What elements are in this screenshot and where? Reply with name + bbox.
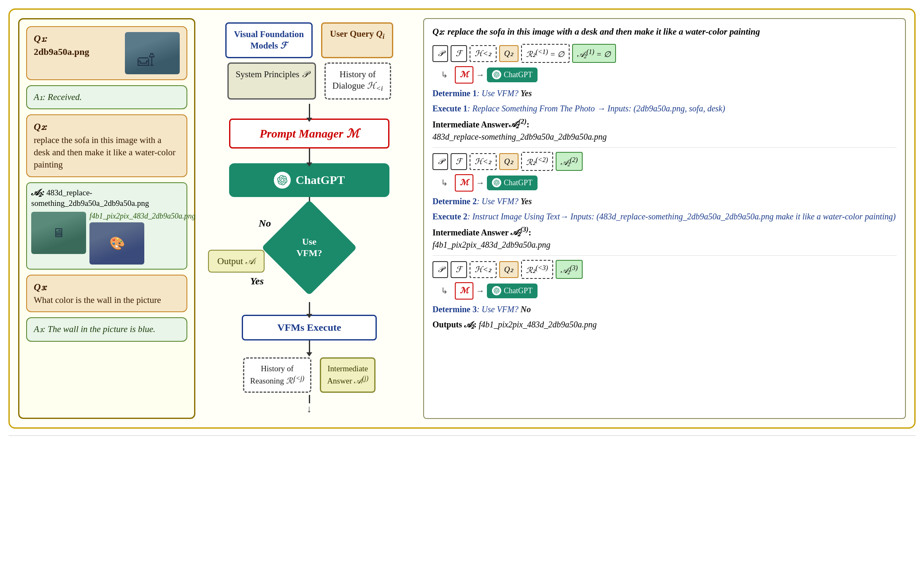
round2-flow: ↳ ℳ → ChatGPT	[432, 174, 897, 192]
token-p1: 𝒫	[432, 45, 448, 62]
arrow-r1: ↳	[441, 68, 448, 81]
divider2	[432, 255, 897, 256]
history-dialogue-text: History ofDialogue ℋ<i	[332, 69, 383, 93]
middle-panel: Visual FoundationModels ℱ User Query Qi …	[204, 18, 415, 419]
token-q21: Q₂	[499, 45, 519, 62]
token-r2: ℛ₂(<2)	[521, 152, 553, 171]
chatgpt-mini-logo3	[492, 286, 501, 295]
right-panel: Q₂: replace the sofa in this image with …	[423, 18, 906, 419]
right-title-text: Q₂: replace the sofa in this image with …	[432, 27, 760, 37]
a1-bubble: A₁: Received.	[26, 85, 187, 109]
chatgpt-logo	[274, 172, 291, 189]
q3-text: What color is the wall in the picture	[34, 294, 180, 306]
a2-section: 𝒜₂:483d_replace-something_2db9a50a_2db9a…	[26, 182, 187, 270]
output-box: Output 𝒜ᵢ	[208, 250, 265, 273]
vfm-execute-text: VFMs Execute	[277, 322, 341, 333]
yes-label: Yes	[250, 275, 264, 287]
history-dialogue-box: History ofDialogue ℋ<i	[324, 62, 391, 100]
q3-label: Q₃:	[34, 281, 180, 294]
q2-bubble-text: replace the sofa in this image with a de…	[34, 134, 180, 171]
a2-images: f4b1_pix2pix_483d_2db9a50a.png	[31, 212, 182, 265]
token-a1: 𝒜₂(1) = ∅	[572, 44, 616, 63]
q1-value: 2db9a50a.png	[34, 46, 121, 59]
chatgpt-box: ChatGPT	[229, 163, 389, 197]
q2-bubble-label: Q₂:	[34, 120, 180, 134]
a3-text: A₃: The wall in the picture is blue.	[34, 324, 155, 334]
token-h3: ℋ<₂	[470, 261, 497, 278]
a2-img1-container	[31, 212, 86, 265]
chatgpt-text-r2: ChatGPT	[504, 177, 532, 189]
exec2-line: Execute 2: Instruct Image Using Text→ In…	[432, 210, 897, 223]
no-label: No	[259, 218, 271, 229]
chatgpt-text-r1: ChatGPT	[504, 69, 532, 81]
round1-tokens: 𝒫 ℱ ℋ<₂ Q₂ ℛ₂(<1) = ∅ 𝒜₂(1) = ∅	[432, 44, 897, 63]
intermediate-answer-box: IntermediateAnswer 𝒜ᵢ(j)	[320, 357, 376, 393]
principles-text: System Principles 𝒫	[235, 69, 308, 80]
chatgpt-r1: ChatGPT	[487, 68, 538, 82]
a3-bubble: A₃: The wall in the picture is blue.	[26, 317, 187, 341]
chatgpt-mini-logo1	[492, 70, 501, 79]
q1-label: Q₁:	[34, 32, 121, 46]
token-h1: ℋ<₂	[470, 45, 497, 62]
prompt-m1: ℳ	[455, 66, 473, 84]
chatgpt-r2: ChatGPT	[487, 176, 538, 190]
round2-tokens: 𝒫 ℱ ℋ<₂ Q₂ ℛ₂(<2) 𝒜₂(2)	[432, 152, 897, 171]
arrow1	[309, 104, 310, 119]
arrow2	[309, 149, 310, 163]
q1-bubble: Q₁: 2db9a50a.png	[26, 26, 187, 80]
exec1-line: Execute 1: Replace Something From The Ph…	[432, 102, 897, 115]
a2-img1	[31, 212, 86, 254]
arrow-to-chatgpt2: →	[476, 176, 484, 189]
query-text: User Query Qi	[330, 29, 384, 41]
ans2-text: f4b1_pix2pix_483d_2db9a50a.png	[432, 240, 550, 249]
bottom-arrow	[309, 395, 310, 403]
token-h2: ℋ<₂	[470, 153, 497, 170]
token-a2: 𝒜₂(2)	[556, 152, 583, 171]
token-r3: ℛ₂(<3)	[521, 260, 553, 279]
round1-flow: ↳ ℳ → ChatGPT	[432, 66, 897, 84]
token-f2: ℱ	[451, 153, 467, 170]
diamond-text: UseVFM?	[296, 236, 322, 259]
flow-second-row: System Principles 𝒫 History ofDialogue ℋ…	[204, 62, 415, 100]
a2-img2-container: f4b1_pix2pix_483d_2db9a50a.png	[89, 212, 195, 265]
principles-box: System Principles 𝒫	[227, 62, 316, 100]
output3-line: Outputs 𝒜₂: f4b1_pix2pix_483d_2db9a50a.p…	[432, 318, 897, 331]
token-p3: 𝒫	[432, 261, 448, 278]
q2-bubble: Q₂: replace the sofa in this image with …	[26, 114, 187, 177]
token-a3: 𝒜₂(3)	[556, 260, 583, 279]
a1-text: A₁: Received.	[34, 92, 82, 102]
a2-img2	[89, 222, 144, 265]
arrow4	[309, 302, 310, 315]
token-p2: 𝒫	[432, 153, 448, 170]
round3-section: 𝒫 ℱ ℋ<₂ Q₂ ℛ₂(<3) 𝒜₂(3) ↳ ℳ → ChatGP	[432, 260, 897, 330]
bottom-flow-row: History ofReasoning ℛᵢ(<j) IntermediateA…	[204, 357, 415, 393]
caption	[8, 435, 916, 444]
round1-section: 𝒫 ℱ ℋ<₂ Q₂ ℛ₂(<1) = ∅ 𝒜₂(1) = ∅ ↳ ℳ →	[432, 44, 897, 143]
vfm-execute-box: VFMs Execute	[242, 315, 377, 340]
flow-top-row: Visual FoundationModels ℱ User Query Qi	[204, 22, 415, 58]
round3-tokens: 𝒫 ℱ ℋ<₂ Q₂ ℛ₂(<3) 𝒜₂(3)	[432, 260, 897, 279]
query-box: User Query Qi	[321, 22, 393, 58]
a2-img2-name: f4b1_pix2pix_483d_2db9a50a.png	[89, 212, 195, 221]
q1-image	[125, 32, 180, 74]
det3-line: Determine 3: Use VFM? No	[432, 303, 897, 316]
down-arrow-bottom: ↓	[307, 403, 312, 415]
main-container: Q₁: 2db9a50a.png A₁: Received. Q₂: repla…	[8, 8, 916, 444]
token-q22: Q₂	[499, 153, 519, 170]
left-panel: Q₁: 2db9a50a.png A₁: Received. Q₂: repla…	[18, 18, 195, 419]
ans1-line: Intermediate Answer𝒜₂(2): 483d_replace-s…	[432, 116, 897, 143]
token-r1: ℛ₂(<1) = ∅	[521, 44, 570, 63]
arrow-r3: ↳	[441, 284, 448, 297]
token-q23: Q₂	[499, 261, 519, 278]
round2-section: 𝒫 ℱ ℋ<₂ Q₂ ℛ₂(<2) 𝒜₂(2) ↳ ℳ → ChatGP	[432, 152, 897, 251]
det1-line: Determine 1: Use VFM? Yes	[432, 87, 897, 100]
ans2-line: Intermediate Answer 𝒜₂(3): f4b1_pix2pix_…	[432, 224, 897, 251]
chatgpt-text-r3: ChatGPT	[504, 285, 532, 297]
vfm-text: Visual FoundationModels ℱ	[234, 29, 304, 52]
chatgpt-mini-logo2	[492, 178, 501, 187]
round3-flow: ↳ ℳ → ChatGPT	[432, 282, 897, 300]
arrow-to-chatgpt1: →	[476, 68, 484, 81]
history-reasoning-box: History ofReasoning ℛᵢ(<j)	[243, 357, 312, 393]
divider1	[432, 147, 897, 148]
diamond-container: UseVFM? No Yes	[263, 212, 356, 284]
